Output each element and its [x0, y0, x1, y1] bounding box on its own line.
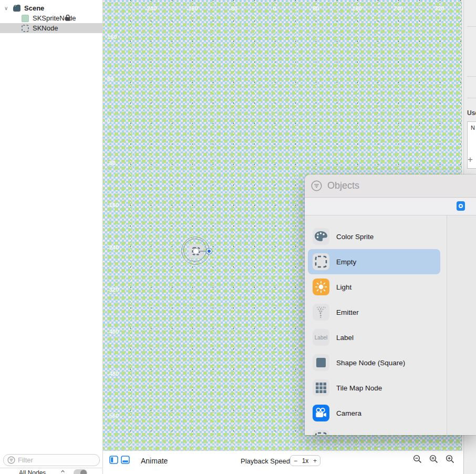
- ruler-y-label: -160: [107, 202, 119, 208]
- speed-minus-button[interactable]: −: [294, 457, 297, 465]
- ruler-x-label: 320: [434, 5, 444, 12]
- vertical-gridline: [254, 0, 255, 450]
- palette-icon: [314, 231, 328, 242]
- empty-node-icon: [21, 24, 29, 33]
- vertical-gridline: [275, 0, 275, 450]
- empty-dashed-icon: [313, 253, 329, 270]
- scene-icon: [13, 4, 21, 12]
- vertical-gridline: [172, 0, 172, 450]
- reference-node-icon: [313, 430, 329, 435]
- object-item-label: Shape Node (Square): [336, 359, 405, 367]
- inspector-divider: [467, 76, 476, 77]
- object-item-empty[interactable]: Empty: [308, 249, 440, 274]
- toggle-left-panel-icon[interactable]: [109, 456, 118, 464]
- ruler-y-label: -240: [107, 244, 119, 251]
- speed-value: 1x: [302, 457, 309, 465]
- camera-icon: [313, 405, 329, 421]
- object-item-label: Label: [336, 334, 354, 342]
- objects-panel-title: Objects: [327, 180, 359, 191]
- objects-list: Color SpriteEmpty Light EmitterLabelLabe…: [305, 215, 476, 435]
- vertical-gridline: [192, 0, 193, 450]
- light-sun-icon: [315, 281, 327, 293]
- ruler-y-label: -320: [107, 286, 119, 293]
- object-item-label: Tile Map Node: [336, 384, 382, 392]
- ruler-y-label: 80: [107, 76, 113, 82]
- ruler-x-label: -80: [229, 5, 237, 12]
- dropdown-stepper-icon[interactable]: [60, 470, 65, 474]
- all-nodes-dropdown[interactable]: All Nodes: [19, 469, 46, 474]
- object-item-tile-map-node[interactable]: Tile Map Node: [308, 375, 440, 400]
- tree-row-scene[interactable]: ∨ Scene: [0, 3, 102, 13]
- position-handle[interactable]: [193, 248, 199, 254]
- zoom-actual-size-icon[interactable]: [429, 455, 439, 464]
- animate-button[interactable]: Animate: [141, 457, 168, 465]
- ruler-x-label: 80: [313, 5, 319, 12]
- light-sun-icon: [313, 279, 329, 295]
- palette-icon: [313, 228, 329, 245]
- playback-speed-label: Playback Speed: [241, 457, 290, 465]
- tile-map-grid-icon: [313, 379, 329, 396]
- playback-speed-stepper: − 1x +: [290, 455, 320, 466]
- objects-panel-toolbar: [305, 198, 476, 215]
- objects-filter-icon: [311, 180, 322, 191]
- toggle-bottom-panel-icon[interactable]: [121, 456, 130, 464]
- disclosure-chevron-icon[interactable]: ∨: [4, 5, 9, 11]
- object-item-light[interactable]: Light: [308, 274, 440, 300]
- object-item-camera[interactable]: Camera: [308, 400, 440, 426]
- xcode-scene-editor: -240-160-80080160240320 160800-80-160-24…: [0, 0, 476, 474]
- object-item-label: Empty: [336, 258, 356, 266]
- empty-dashed-icon: [315, 255, 327, 268]
- object-item-label: Camera: [336, 409, 361, 417]
- shape-square-icon: [316, 357, 326, 368]
- empty-node-icon: [22, 25, 29, 32]
- tree-row-sknode[interactable]: SKNode: [0, 23, 102, 33]
- object-item-label: Emitter: [336, 308, 359, 316]
- vertical-gridline: [213, 0, 213, 450]
- shape-square-icon: [313, 354, 329, 371]
- scene-icon: [13, 4, 21, 13]
- speed-plus-button[interactable]: +: [313, 457, 317, 465]
- object-item-label: Color Sprite: [336, 233, 374, 241]
- zoom-in-icon[interactable]: [446, 455, 455, 464]
- camera-icon: [315, 407, 327, 419]
- sprite-color-swatch: [22, 15, 29, 22]
- object-item-label[interactable]: LabelLabel: [308, 325, 440, 350]
- nodes-toggle-switch[interactable]: [74, 469, 87, 474]
- toggle-knob: [80, 470, 87, 474]
- scene-graph-tree: ∨ SceneSKSpriteNode SKNode: [0, 3, 102, 33]
- vertical-gridline: [130, 0, 131, 450]
- zoom-controls: [413, 455, 455, 464]
- anchor-handle[interactable]: [206, 249, 212, 254]
- object-item-emitter[interactable]: Emitter: [308, 300, 440, 325]
- add-user-data-button[interactable]: +: [468, 154, 475, 164]
- vertical-gridline: [233, 0, 234, 450]
- object-item-color-sprite[interactable]: Color Sprite: [308, 224, 440, 249]
- label-icon-text: Label: [315, 335, 327, 341]
- lock-icon: [65, 14, 71, 22]
- object-item-partial[interactable]: [308, 426, 440, 435]
- filter-icon: [7, 456, 15, 464]
- nodes-filter-row: All Nodes: [0, 468, 103, 474]
- vertical-gridline: [295, 0, 296, 450]
- ruler-x-label: 160: [352, 5, 361, 12]
- filter-input[interactable]: Filter: [3, 454, 100, 466]
- ruler-y-label: -480: [107, 370, 119, 377]
- ruler-y-label: 160: [107, 34, 117, 40]
- zoom-out-icon[interactable]: [413, 455, 422, 464]
- lock-icon[interactable]: [65, 14, 71, 22]
- inspector-divider: [467, 26, 476, 27]
- emitter-particles-icon: [313, 304, 329, 321]
- library-circle-icon: [459, 204, 463, 208]
- ruler-y-label: 0: [107, 118, 110, 124]
- scene-graph-sidebar: ∨ SceneSKSpriteNode SKNode Filter All No…: [0, 0, 103, 474]
- object-item-shape-node-square-[interactable]: Shape Node (Square): [308, 350, 440, 375]
- ruler-x-label: 240: [394, 5, 403, 12]
- ruler-y-label: -560: [107, 413, 119, 419]
- ruler-y-label: -80: [107, 160, 116, 166]
- ruler-x-label: -160: [186, 5, 198, 12]
- emitter-particles-icon: [315, 306, 327, 318]
- media-library-button[interactable]: [457, 201, 465, 211]
- tree-row-skspritenode[interactable]: SKSpriteNode: [0, 13, 102, 23]
- label-text-icon: Label: [313, 329, 329, 346]
- ruler-y-label: -400: [107, 328, 119, 335]
